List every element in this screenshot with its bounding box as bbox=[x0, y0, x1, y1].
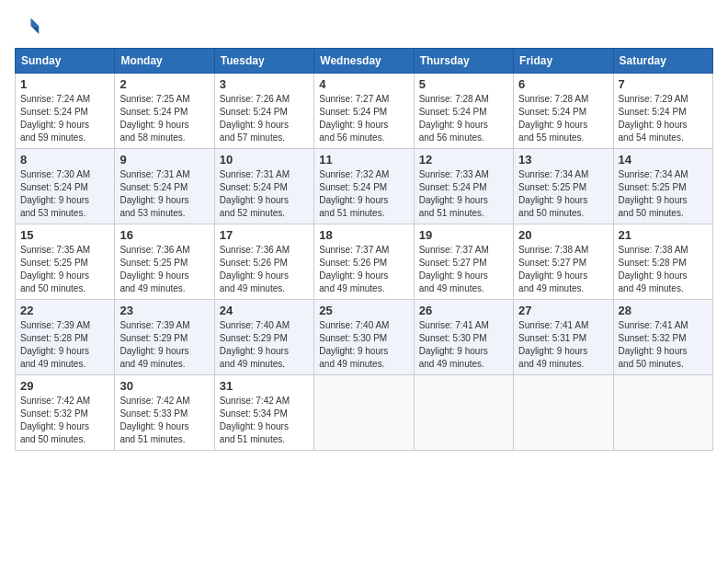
header-monday: Monday bbox=[115, 49, 214, 74]
page-header bbox=[15, 15, 713, 40]
header-sunday: Sunday bbox=[16, 49, 115, 74]
calendar-cell: 28Sunrise: 7:41 AM Sunset: 5:32 PM Dayli… bbox=[613, 300, 712, 375]
calendar-cell: 18Sunrise: 7:37 AM Sunset: 5:26 PM Dayli… bbox=[314, 224, 414, 300]
day-info: Sunrise: 7:42 AM Sunset: 5:33 PM Dayligh… bbox=[119, 395, 209, 446]
calendar-cell: 21Sunrise: 7:38 AM Sunset: 5:28 PM Dayli… bbox=[613, 224, 712, 300]
day-info: Sunrise: 7:28 AM Sunset: 5:24 PM Dayligh… bbox=[518, 93, 608, 144]
calendar-cell: 9Sunrise: 7:31 AM Sunset: 5:24 PM Daylig… bbox=[115, 149, 214, 224]
day-info: Sunrise: 7:40 AM Sunset: 5:30 PM Dayligh… bbox=[319, 319, 408, 371]
day-info: Sunrise: 7:26 AM Sunset: 5:24 PM Dayligh… bbox=[220, 93, 309, 144]
day-info: Sunrise: 7:37 AM Sunset: 5:26 PM Dayligh… bbox=[319, 244, 408, 295]
day-number: 8 bbox=[20, 153, 109, 167]
day-number: 16 bbox=[119, 228, 209, 242]
calendar-cell: 7Sunrise: 7:29 AM Sunset: 5:24 PM Daylig… bbox=[613, 74, 712, 149]
calendar-cell bbox=[414, 375, 513, 451]
day-number: 2 bbox=[119, 77, 209, 91]
day-number: 12 bbox=[419, 153, 508, 167]
day-info: Sunrise: 7:40 AM Sunset: 5:29 PM Dayligh… bbox=[220, 319, 309, 371]
day-number: 29 bbox=[20, 379, 109, 393]
calendar-cell: 24Sunrise: 7:40 AM Sunset: 5:29 PM Dayli… bbox=[214, 300, 313, 375]
header-thursday: Thursday bbox=[414, 49, 513, 74]
day-info: Sunrise: 7:41 AM Sunset: 5:32 PM Dayligh… bbox=[619, 319, 708, 371]
day-info: Sunrise: 7:27 AM Sunset: 5:24 PM Dayligh… bbox=[319, 93, 408, 144]
calendar-cell: 30Sunrise: 7:42 AM Sunset: 5:33 PM Dayli… bbox=[115, 375, 214, 451]
calendar-cell: 13Sunrise: 7:34 AM Sunset: 5:25 PM Dayli… bbox=[514, 149, 613, 224]
day-number: 30 bbox=[119, 379, 209, 393]
calendar-cell: 6Sunrise: 7:28 AM Sunset: 5:24 PM Daylig… bbox=[514, 74, 613, 149]
day-info: Sunrise: 7:37 AM Sunset: 5:27 PM Dayligh… bbox=[419, 244, 508, 295]
day-number: 18 bbox=[319, 228, 408, 242]
logo bbox=[15, 15, 44, 40]
day-number: 9 bbox=[119, 153, 209, 167]
day-number: 31 bbox=[220, 379, 309, 393]
header-friday: Friday bbox=[514, 49, 613, 74]
calendar-week-row: 22Sunrise: 7:39 AM Sunset: 5:28 PM Dayli… bbox=[16, 300, 713, 375]
day-info: Sunrise: 7:41 AM Sunset: 5:30 PM Dayligh… bbox=[419, 319, 508, 371]
calendar-week-row: 15Sunrise: 7:35 AM Sunset: 5:25 PM Dayli… bbox=[16, 224, 713, 300]
day-info: Sunrise: 7:32 AM Sunset: 5:24 PM Dayligh… bbox=[319, 168, 408, 220]
calendar-cell: 4Sunrise: 7:27 AM Sunset: 5:24 PM Daylig… bbox=[314, 74, 414, 149]
calendar-cell: 12Sunrise: 7:33 AM Sunset: 5:24 PM Dayli… bbox=[414, 149, 513, 224]
logo-icon bbox=[15, 15, 40, 40]
day-number: 6 bbox=[518, 77, 608, 91]
day-number: 28 bbox=[619, 304, 708, 317]
calendar-cell: 19Sunrise: 7:37 AM Sunset: 5:27 PM Dayli… bbox=[414, 224, 513, 300]
day-info: Sunrise: 7:34 AM Sunset: 5:25 PM Dayligh… bbox=[619, 168, 708, 220]
calendar-cell: 11Sunrise: 7:32 AM Sunset: 5:24 PM Dayli… bbox=[314, 149, 414, 224]
day-number: 17 bbox=[220, 228, 309, 242]
calendar-cell bbox=[613, 375, 712, 451]
day-info: Sunrise: 7:34 AM Sunset: 5:25 PM Dayligh… bbox=[518, 168, 608, 220]
day-number: 21 bbox=[619, 228, 708, 242]
calendar-cell: 2Sunrise: 7:25 AM Sunset: 5:24 PM Daylig… bbox=[115, 74, 214, 149]
calendar-header-row: SundayMondayTuesdayWednesdayThursdayFrid… bbox=[16, 49, 713, 74]
header-saturday: Saturday bbox=[613, 49, 712, 74]
day-info: Sunrise: 7:39 AM Sunset: 5:28 PM Dayligh… bbox=[20, 319, 109, 371]
calendar-cell: 5Sunrise: 7:28 AM Sunset: 5:24 PM Daylig… bbox=[414, 74, 513, 149]
day-number: 13 bbox=[518, 153, 608, 167]
calendar-cell: 22Sunrise: 7:39 AM Sunset: 5:28 PM Dayli… bbox=[16, 300, 115, 375]
day-info: Sunrise: 7:41 AM Sunset: 5:31 PM Dayligh… bbox=[518, 319, 608, 371]
calendar-cell: 23Sunrise: 7:39 AM Sunset: 5:29 PM Dayli… bbox=[115, 300, 214, 375]
day-info: Sunrise: 7:25 AM Sunset: 5:24 PM Dayligh… bbox=[119, 93, 209, 144]
day-number: 11 bbox=[319, 153, 408, 167]
calendar-cell: 20Sunrise: 7:38 AM Sunset: 5:27 PM Dayli… bbox=[514, 224, 613, 300]
day-number: 27 bbox=[518, 304, 608, 317]
calendar-cell: 26Sunrise: 7:41 AM Sunset: 5:30 PM Dayli… bbox=[414, 300, 513, 375]
day-number: 26 bbox=[419, 304, 508, 317]
calendar-cell: 14Sunrise: 7:34 AM Sunset: 5:25 PM Dayli… bbox=[613, 149, 712, 224]
calendar-cell bbox=[514, 375, 613, 451]
header-tuesday: Tuesday bbox=[214, 49, 313, 74]
day-number: 14 bbox=[619, 153, 708, 167]
day-number: 24 bbox=[220, 304, 309, 317]
day-number: 19 bbox=[419, 228, 508, 242]
svg-marker-1 bbox=[31, 26, 40, 34]
day-info: Sunrise: 7:36 AM Sunset: 5:26 PM Dayligh… bbox=[220, 244, 309, 295]
header-wednesday: Wednesday bbox=[314, 49, 414, 74]
day-info: Sunrise: 7:31 AM Sunset: 5:24 PM Dayligh… bbox=[220, 168, 309, 220]
day-number: 20 bbox=[518, 228, 608, 242]
day-info: Sunrise: 7:36 AM Sunset: 5:25 PM Dayligh… bbox=[119, 244, 209, 295]
day-info: Sunrise: 7:42 AM Sunset: 5:32 PM Dayligh… bbox=[20, 395, 109, 446]
day-info: Sunrise: 7:33 AM Sunset: 5:24 PM Dayligh… bbox=[419, 168, 508, 220]
calendar-cell: 8Sunrise: 7:30 AM Sunset: 5:24 PM Daylig… bbox=[16, 149, 115, 224]
calendar-cell: 16Sunrise: 7:36 AM Sunset: 5:25 PM Dayli… bbox=[115, 224, 214, 300]
day-number: 3 bbox=[220, 77, 309, 91]
day-number: 7 bbox=[619, 77, 708, 91]
day-number: 1 bbox=[20, 77, 109, 91]
calendar-week-row: 8Sunrise: 7:30 AM Sunset: 5:24 PM Daylig… bbox=[16, 149, 713, 224]
svg-marker-0 bbox=[31, 18, 40, 27]
calendar-table: SundayMondayTuesdayWednesdayThursdayFrid… bbox=[15, 48, 713, 451]
day-info: Sunrise: 7:31 AM Sunset: 5:24 PM Dayligh… bbox=[119, 168, 209, 220]
calendar-cell bbox=[314, 375, 414, 451]
day-info: Sunrise: 7:24 AM Sunset: 5:24 PM Dayligh… bbox=[20, 93, 109, 144]
day-info: Sunrise: 7:29 AM Sunset: 5:24 PM Dayligh… bbox=[619, 93, 708, 144]
calendar-week-row: 1Sunrise: 7:24 AM Sunset: 5:24 PM Daylig… bbox=[16, 74, 713, 149]
day-number: 10 bbox=[220, 153, 309, 167]
calendar-cell: 10Sunrise: 7:31 AM Sunset: 5:24 PM Dayli… bbox=[214, 149, 313, 224]
day-info: Sunrise: 7:38 AM Sunset: 5:27 PM Dayligh… bbox=[518, 244, 608, 295]
day-info: Sunrise: 7:35 AM Sunset: 5:25 PM Dayligh… bbox=[20, 244, 109, 295]
day-number: 15 bbox=[20, 228, 109, 242]
calendar-cell: 29Sunrise: 7:42 AM Sunset: 5:32 PM Dayli… bbox=[16, 375, 115, 451]
day-number: 22 bbox=[20, 304, 109, 317]
day-number: 4 bbox=[319, 77, 408, 91]
